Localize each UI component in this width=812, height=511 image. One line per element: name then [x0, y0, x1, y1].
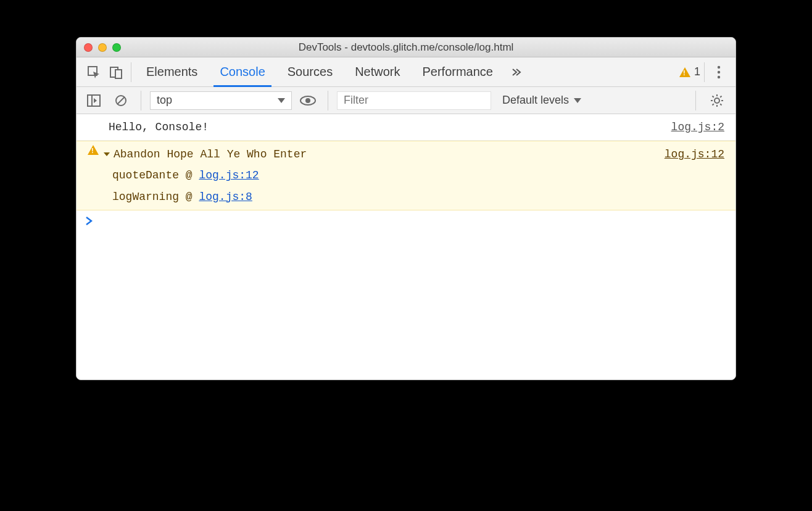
- separator: [141, 91, 141, 110]
- warning-gutter: [85, 144, 101, 155]
- more-tabs-button[interactable]: [504, 67, 529, 78]
- console-messages: Hello, Console! log.js:2 Abandon Hope Al…: [77, 114, 735, 380]
- tab-sources[interactable]: Sources: [276, 57, 344, 87]
- svg-line-17: [713, 96, 714, 97]
- tab-network[interactable]: Network: [344, 57, 411, 87]
- stack-frame: logWarning @ log.js:8: [112, 186, 724, 207]
- console-prompt[interactable]: [77, 210, 735, 231]
- window-controls: [84, 43, 121, 52]
- svg-rect-7: [88, 95, 92, 106]
- separator: [131, 62, 131, 82]
- log-gutter: [85, 117, 101, 118]
- svg-point-12: [715, 98, 719, 103]
- svg-point-4: [718, 70, 720, 73]
- chevron-down-icon: [574, 98, 581, 103]
- svg-line-18: [720, 104, 721, 105]
- separator: [695, 91, 696, 110]
- tab-performance[interactable]: Performance: [412, 57, 505, 87]
- svg-rect-2: [115, 70, 122, 78]
- tab-console[interactable]: Console: [209, 57, 276, 87]
- svg-point-3: [718, 65, 720, 68]
- prompt-chevron-icon: [85, 217, 93, 225]
- stack-source-link[interactable]: log.js:12: [199, 169, 259, 181]
- minimize-window-button[interactable]: [98, 43, 107, 52]
- svg-line-20: [713, 104, 714, 105]
- execution-context-value: top: [157, 94, 172, 107]
- inspect-element-icon[interactable]: [83, 61, 105, 83]
- source-link[interactable]: log.js:12: [665, 144, 724, 165]
- stack-fn: quoteDante: [112, 169, 179, 181]
- tabs: Elements Console Sources Network Perform…: [135, 57, 504, 87]
- stack-fn: logWarning: [112, 191, 179, 203]
- clear-console-icon[interactable]: [110, 89, 132, 112]
- separator: [704, 62, 705, 82]
- devtools-window: DevTools - devtools.glitch.me/console/lo…: [76, 37, 736, 380]
- svg-line-19: [720, 96, 721, 97]
- console-settings-icon[interactable]: [705, 94, 729, 107]
- console-log-row: Hello, Console! log.js:2: [77, 114, 735, 141]
- svg-line-9: [117, 97, 125, 104]
- svg-point-11: [305, 98, 310, 103]
- zoom-window-button[interactable]: [112, 43, 121, 52]
- stack-trace: quoteDante @ log.js:12 logWarning @ log.…: [104, 165, 724, 207]
- source-link[interactable]: log.js:2: [671, 117, 724, 138]
- stack-frame: quoteDante @ log.js:12: [112, 165, 724, 186]
- main-tabs-row: Elements Console Sources Network Perform…: [77, 57, 735, 87]
- chevron-down-icon: [104, 152, 110, 156]
- filter-input[interactable]: [337, 91, 491, 110]
- warning-icon: [88, 145, 99, 155]
- warning-counter[interactable]: 1: [679, 65, 700, 78]
- tab-elements[interactable]: Elements: [135, 57, 209, 87]
- window-title: DevTools - devtools.glitch.me/console/lo…: [77, 41, 735, 54]
- stack-source-link[interactable]: log.js:8: [199, 191, 252, 203]
- close-window-button[interactable]: [84, 43, 93, 52]
- console-sidebar-toggle-icon[interactable]: [83, 89, 105, 112]
- console-toolbar: top Default levels: [77, 87, 735, 114]
- more-options-button[interactable]: [708, 65, 729, 79]
- live-expression-icon[interactable]: [297, 89, 319, 112]
- execution-context-select[interactable]: top: [150, 91, 292, 110]
- warning-icon: [679, 67, 690, 77]
- log-message: Hello, Console!: [101, 117, 671, 138]
- warning-count-value: 1: [694, 65, 700, 78]
- device-toolbar-icon[interactable]: [105, 61, 127, 83]
- titlebar: DevTools - devtools.glitch.me/console/lo…: [77, 38, 735, 57]
- log-levels-select[interactable]: Default levels: [496, 94, 587, 107]
- log-levels-label: Default levels: [502, 94, 569, 107]
- separator: [328, 91, 328, 110]
- disclosure-toggle[interactable]: [104, 144, 110, 165]
- chevron-down-icon: [278, 98, 285, 103]
- console-warning-row: Abandon Hope All Ye Who Enter log.js:12 …: [77, 141, 735, 210]
- warning-message: Abandon Hope All Ye Who Enter: [114, 144, 665, 165]
- svg-point-5: [718, 75, 720, 78]
